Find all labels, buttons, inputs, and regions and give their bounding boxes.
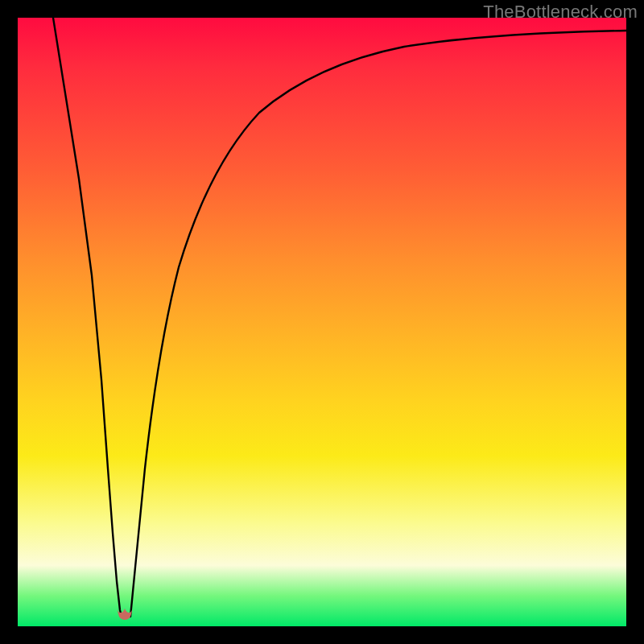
bottleneck-curve-left	[53, 18, 122, 617]
watermark-text: TheBottleneck.com	[483, 2, 638, 23]
chart-frame: TheBottleneck.com	[0, 0, 644, 644]
bottleneck-curve-right	[130, 31, 626, 617]
plot-area	[18, 18, 626, 626]
curve-layer	[18, 18, 626, 626]
